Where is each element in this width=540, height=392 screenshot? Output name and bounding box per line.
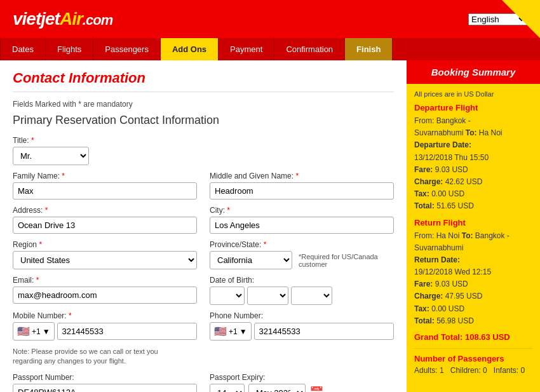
adults-count: 1 — [440, 366, 444, 375]
children-count: 0 — [483, 366, 487, 375]
grand-total: Grand Total: 108.63 USD — [414, 332, 532, 342]
children-label: Children: — [450, 366, 481, 375]
calendar-icon[interactable]: 📅 — [309, 386, 323, 392]
mobile-note: Note: Please provide so we can call or t… — [13, 347, 178, 367]
name-row: Family Name: * Middle and Given Name: * — [13, 172, 394, 199]
city-label: City: * — [210, 206, 394, 215]
mobile-label: Mobile Number: * — [13, 311, 197, 320]
province-select[interactable]: California New York Texas Florida — [210, 251, 292, 269]
phone-dropdown-icon: ▼ — [240, 327, 247, 336]
dep-from-label: From: — [414, 116, 436, 125]
booking-summary: Booking Summary All prices are in US Dol… — [407, 60, 540, 392]
booking-summary-body: All prices are in US Dollar Departure Fl… — [407, 84, 540, 381]
middle-given-input[interactable] — [210, 182, 394, 199]
address-input[interactable] — [13, 217, 197, 234]
passport-row: Passport Number: Passport Expiry: 14 123… — [13, 373, 394, 392]
title-select[interactable]: Mr. Mrs. Ms. Dr. — [13, 147, 89, 165]
expiry-day-select[interactable]: 14 1234567891011121314151617181920212223… — [210, 384, 245, 392]
booking-summary-header: Booking Summary — [407, 60, 540, 84]
passport-expiry-row: 14 1234567891011121314151617181920212223… — [210, 384, 394, 392]
dep-from-airport: Suvarnabhumi — [414, 128, 463, 137]
region-group: Region * United States United Kingdom Th… — [13, 240, 197, 269]
mobile-dropdown-icon: ▼ — [43, 327, 50, 336]
tab-flights[interactable]: Flights — [46, 38, 93, 60]
address-group: Address: * — [13, 206, 197, 234]
ret-date-label: Return Date: — [414, 255, 460, 264]
ret-charge: 47.95 USD — [445, 292, 483, 301]
header-corner-decoration — [502, 0, 540, 38]
ret-charge-label: Charge: — [414, 292, 443, 301]
phone-flag-select[interactable]: 🇺🇸 +1 ▼ — [210, 322, 252, 341]
region-province-row: Region * United States United Kingdom Th… — [13, 240, 394, 269]
return-flight-detail: From: Ha Noi To: Bangkok - Suvarnabhumi … — [414, 230, 532, 328]
region-select[interactable]: United States United Kingdom Thailand Vi… — [13, 251, 197, 269]
middle-given-label: Middle and Given Name: * — [210, 172, 394, 180]
ret-total-label: Total: — [414, 316, 435, 325]
address-city-row: Address: * City: * — [13, 206, 394, 234]
city-input[interactable] — [210, 217, 394, 234]
adults-label: Adults: — [414, 366, 438, 375]
left-content: Contact Information Fields Marked with *… — [0, 60, 407, 392]
tab-passengers[interactable]: Passengers — [93, 38, 161, 60]
phone-number-input[interactable] — [254, 323, 394, 340]
passport-expiry-label: Passport Expiry: — [210, 373, 394, 382]
logo: vietjetAir.com — [13, 9, 112, 29]
title-group: Title: * Mr. Mrs. Ms. Dr. — [13, 136, 89, 165]
dob-month-select[interactable] — [247, 287, 288, 305]
ret-to-label: To: — [462, 231, 475, 240]
title-label: Title: * — [13, 136, 89, 145]
ret-fare-label: Fare: — [414, 280, 433, 288]
contact-info-title: Contact Information — [13, 70, 394, 92]
province-group: Province/State: * California New York Te… — [210, 240, 394, 269]
dep-total: 51.65 USD — [436, 201, 474, 210]
expiry-month-select[interactable]: Jan 2022 Feb 2022 Mar 2022 Apr 2022 May … — [248, 384, 306, 392]
dob-year-select[interactable] — [291, 287, 332, 305]
passport-expiry-group: Passport Expiry: 14 12345678910111213141… — [210, 373, 394, 392]
dob-label: Date of Birth: — [210, 276, 394, 285]
family-name-input[interactable] — [13, 182, 197, 199]
email-label: Email: * — [13, 276, 197, 285]
header: vietjetAir.com English Vietnamese Thai — [0, 0, 540, 38]
ret-fare: 9.03 USD — [435, 280, 468, 288]
mobile-code: +1 — [32, 327, 41, 336]
email-input[interactable] — [13, 287, 197, 304]
tab-dates[interactable]: Dates — [0, 38, 46, 60]
mobile-phone-row-inner: 🇺🇸 +1 ▼ — [13, 322, 197, 341]
passengers-section: Number of Passengers Adults: 1 Children:… — [414, 348, 532, 375]
tab-finish[interactable]: Finish — [345, 38, 393, 60]
mobile-number-input[interactable] — [57, 323, 197, 340]
title-row: Title: * Mr. Mrs. Ms. Dr. — [13, 136, 394, 165]
tab-confirmation[interactable]: Confirmation — [274, 38, 345, 60]
mobile-phone-row: Mobile Number: * 🇺🇸 +1 ▼ Phone Number: 🇺… — [13, 311, 394, 341]
dep-to-label: To: — [466, 128, 479, 137]
dep-charge-label: Charge: — [414, 177, 443, 186]
dob-group: Date of Birth: — [210, 276, 394, 305]
mobile-group: Mobile Number: * 🇺🇸 +1 ▼ — [13, 311, 197, 341]
family-name-group: Family Name: * — [13, 172, 197, 199]
departure-flight-title: Departure Flight — [414, 103, 532, 112]
dep-date: 13/12/2018 Thu 15:50 — [414, 153, 489, 162]
tab-addons[interactable]: Add Ons — [161, 38, 219, 60]
dep-to: Ha Noi — [479, 128, 503, 137]
dob-day-select[interactable] — [210, 287, 245, 305]
passengers-title: Number of Passengers — [414, 354, 532, 363]
family-name-label: Family Name: * — [13, 172, 197, 180]
dep-total-label: Total: — [414, 201, 435, 210]
passport-label: Passport Number: — [13, 373, 197, 382]
passport-input[interactable] — [13, 384, 197, 392]
middle-given-group: Middle and Given Name: * — [210, 172, 394, 199]
region-label: Region * — [13, 240, 197, 249]
dep-tax-label: Tax: — [414, 189, 429, 198]
tab-payment[interactable]: Payment — [219, 38, 274, 60]
province-label: Province/State: * — [210, 240, 394, 249]
main-layout: Contact Information Fields Marked with *… — [0, 60, 540, 392]
phone-row-inner: 🇺🇸 +1 ▼ — [210, 322, 394, 341]
us-flag-icon: 🇺🇸 — [17, 325, 30, 337]
city-group: City: * — [210, 206, 394, 234]
logo-com: .com — [83, 12, 112, 28]
return-flight-title: Return Flight — [414, 218, 532, 227]
ret-from: Ha Noi — [436, 231, 460, 240]
mobile-flag-select[interactable]: 🇺🇸 +1 ▼ — [13, 322, 55, 341]
province-note: *Required for US/Canada customer — [299, 253, 394, 268]
ret-tax: 0.00 USD — [431, 304, 464, 313]
